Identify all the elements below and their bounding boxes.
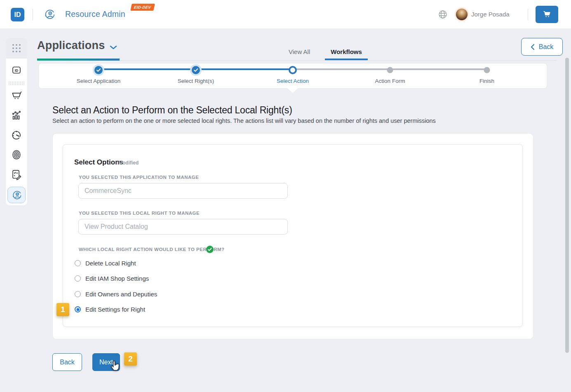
left-sidebar: ID <box>6 38 27 205</box>
header-divider <box>33 9 33 20</box>
vertical-scrollbar[interactable] <box>565 58 569 353</box>
step-select-rights-node[interactable] <box>190 64 202 76</box>
sidebar-item-analytics[interactable] <box>11 110 22 121</box>
section-subheading: Select an action to perform on the one o… <box>52 117 436 124</box>
tab-bar: View All Workflows <box>283 43 368 60</box>
radio-option-edit-settings-for-right[interactable]: Edit Settings for Right <box>75 306 145 313</box>
check-icon <box>94 66 103 74</box>
section-heading: Select an Action to Perform on the Selec… <box>52 105 292 116</box>
radio-icon[interactable] <box>75 291 81 297</box>
radio-option-edit-owners-and-deputies[interactable]: Edit Owners and Deputies <box>75 291 157 298</box>
radio-option-label: Edit Owners and Deputies <box>85 291 157 298</box>
radio-option-label: Edit Settings for Right <box>85 306 145 313</box>
user-name: Jorge Posada <box>471 11 510 18</box>
chevron-down-icon[interactable] <box>110 45 117 49</box>
language-globe-icon[interactable] <box>438 9 448 19</box>
tab-workflows[interactable]: Workflows <box>325 43 368 60</box>
check-icon <box>192 66 200 74</box>
step-select-application-node[interactable] <box>93 64 104 76</box>
sidebar-item-app-launcher[interactable] <box>6 38 27 59</box>
application-field[interactable] <box>78 183 288 199</box>
header-divider <box>528 9 528 20</box>
radio-icon[interactable] <box>75 275 81 282</box>
next-button[interactable]: Next <box>92 353 120 371</box>
tab-view-all[interactable]: View All <box>283 43 316 60</box>
step-label: Select Right(s) <box>178 78 214 84</box>
page-title: Applications <box>37 39 105 52</box>
cart-icon <box>543 10 552 19</box>
action-question-label: WHICH LOCAL RIGHT ACTION WOULD LIKE TO P… <box>79 247 225 252</box>
barcode-separator <box>9 81 24 85</box>
sidebar-item-cart[interactable] <box>11 90 22 101</box>
sidebar-item-gauge[interactable] <box>11 129 22 141</box>
radio-option-label: Edit IAM Shop Settings <box>85 275 149 282</box>
stepper-notch <box>287 88 298 93</box>
step-label-current: Select Action <box>277 78 309 84</box>
local-right-field-label: YOU SELECTED THIS LOCAL RIGHT TO MANAGE <box>79 211 200 216</box>
radio-option-label: Delete Local Right <box>85 260 136 267</box>
avatar[interactable] <box>456 9 468 20</box>
app-title: Resource Admin <box>65 9 125 19</box>
app-launcher-grid-icon <box>12 43 21 53</box>
resource-admin-screen: ID Resource Admin EID-DEV Jorge Posada <box>0 0 571 392</box>
top-header: ID Resource Admin EID-DEV Jorge Posada <box>0 0 571 29</box>
application-field-label: YOU SELECTED THIS APPLICATION TO MANAGE <box>79 175 199 180</box>
step-finish-node <box>484 67 490 73</box>
radio-icon-selected[interactable] <box>75 306 81 312</box>
step-select-action-node[interactable] <box>289 66 297 74</box>
svg-text:ID: ID <box>15 68 19 73</box>
radio-icon[interactable] <box>75 260 81 266</box>
sidebar-item-fingerprint[interactable] <box>11 149 22 160</box>
sidebar-item-task-edit[interactable] <box>11 169 22 180</box>
chevron-left-icon <box>531 44 535 50</box>
resource-admin-icon <box>43 8 56 21</box>
step-label: Action Form <box>375 78 405 84</box>
environment-badge: EID-DEV <box>130 4 155 11</box>
company-logo[interactable]: ID <box>11 8 24 21</box>
card-status-badge: Modified <box>118 160 139 166</box>
cart-button[interactable] <box>536 6 558 23</box>
title-gradient-underline <box>37 59 120 61</box>
annotation-badge-1: 1 <box>56 303 69 316</box>
radio-option-delete-local-right[interactable]: Delete Local Right <box>75 260 136 267</box>
step-label: Finish <box>479 78 494 84</box>
back-button-top[interactable]: Back <box>521 38 563 56</box>
card-title: Select Options <box>74 158 123 167</box>
back-button-label: Back <box>539 43 554 51</box>
radio-option-edit-iam-shop-settings[interactable]: Edit IAM Shop Settings <box>75 275 149 282</box>
resource-admin-icon <box>11 190 22 201</box>
sidebar-item-resource-admin-active[interactable] <box>7 187 26 203</box>
annotation-badge-2: 2 <box>124 352 137 366</box>
sidebar-item-id-card[interactable]: ID <box>11 65 22 75</box>
valid-check-icon <box>206 246 214 253</box>
local-right-field[interactable] <box>78 219 288 235</box>
logo-text: ID <box>14 11 21 19</box>
back-button-bottom[interactable]: Back <box>52 353 82 371</box>
step-label: Select Application <box>77 78 121 84</box>
step-action-form-node <box>387 67 393 73</box>
select-options-card <box>63 144 523 327</box>
